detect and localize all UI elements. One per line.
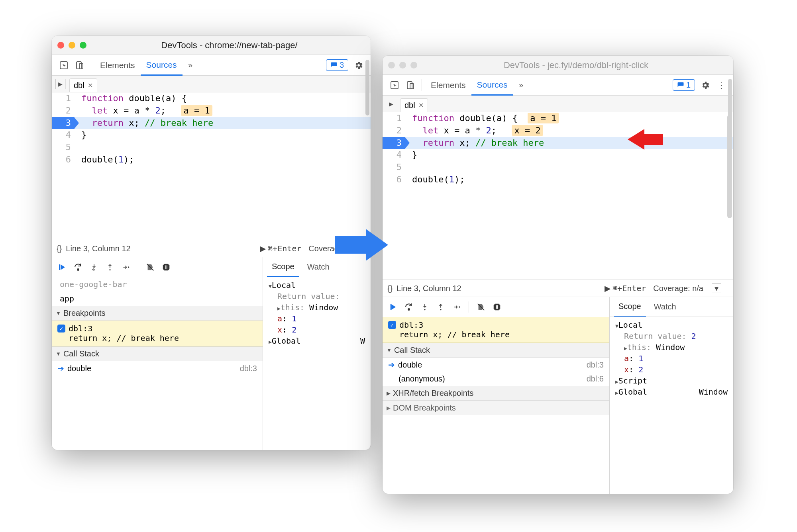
- step-into-button[interactable]: [88, 261, 100, 274]
- pretty-print-icon[interactable]: {}: [57, 244, 62, 253]
- deactivate-breakpoints-button[interactable]: [144, 261, 157, 274]
- more-tabs-icon[interactable]: »: [184, 59, 197, 72]
- tab-scope[interactable]: Scope: [267, 257, 299, 277]
- frame-name: double: [398, 360, 422, 370]
- line-number[interactable]: 1: [383, 112, 405, 125]
- tab-sources[interactable]: Sources: [141, 55, 183, 76]
- breakpoint-checkbox[interactable]: ✓: [57, 325, 65, 332]
- close-tab-icon[interactable]: ✕: [418, 102, 424, 109]
- scope-local-header[interactable]: ▼Local: [269, 280, 365, 291]
- pause-on-exceptions-button[interactable]: [491, 301, 503, 313]
- gear-icon[interactable]: [699, 78, 712, 92]
- line-number[interactable]: 6: [52, 154, 74, 166]
- scope-this[interactable]: ▶this: Window: [624, 342, 728, 353]
- minimize-icon[interactable]: [69, 42, 75, 49]
- sidebar-item[interactable]: one-google-bar: [52, 277, 263, 291]
- line-number-breakpoint[interactable]: 3: [52, 117, 74, 129]
- line-number[interactable]: 4: [383, 149, 405, 161]
- source-status-bar: {} Line 3, Column 12 ▶ ⌘+Enter Coverage:…: [383, 280, 733, 297]
- inline-value: a = 1: [181, 105, 212, 116]
- device-toggle-icon[interactable]: [73, 59, 86, 72]
- code-editor[interactable]: 1function double(a) { a = 1 2 let x = a …: [383, 112, 733, 280]
- close-icon[interactable]: [388, 62, 395, 68]
- callstack-frame[interactable]: ➔ double dbl:3: [52, 361, 263, 376]
- step-into-button[interactable]: [418, 301, 431, 313]
- run-shortcut: ▶ ⌘+Enter: [605, 284, 646, 293]
- file-tab-dbl[interactable]: dbl ✕: [400, 98, 428, 112]
- scope-return-value: Return value: 2: [624, 331, 728, 342]
- resume-button[interactable]: [56, 261, 69, 274]
- scope-local-header[interactable]: ▼Local: [615, 319, 728, 331]
- panel-tab-strip: Elements Sources » 1 ⋮: [383, 75, 733, 96]
- expand-icon[interactable]: ▾: [712, 284, 721, 293]
- coverage-label: Coverage: n/a: [653, 284, 703, 293]
- tab-elements[interactable]: Elements: [94, 55, 141, 75]
- scope-global-header[interactable]: ▶GlobalWindow: [615, 386, 728, 397]
- callstack-frame[interactable]: (anonymous) dbl:6: [383, 372, 609, 386]
- tab-watch[interactable]: Watch: [302, 257, 334, 277]
- step-out-button[interactable]: [104, 261, 116, 274]
- line-number[interactable]: 5: [383, 161, 405, 174]
- line-number[interactable]: 5: [52, 141, 74, 154]
- scope-this[interactable]: ▶this: Window: [277, 302, 365, 313]
- breakpoint-row[interactable]: ✓ dbl:3 return x; // break here: [52, 321, 263, 346]
- line-number[interactable]: 4: [52, 129, 74, 141]
- snippets-icon[interactable]: ▶: [55, 79, 65, 89]
- close-tab-icon[interactable]: ✕: [88, 82, 93, 89]
- snippets-icon[interactable]: ▶: [386, 99, 396, 109]
- line-number[interactable]: 2: [52, 105, 74, 117]
- resume-button[interactable]: [387, 301, 399, 313]
- deactivate-breakpoints-button[interactable]: [475, 301, 487, 313]
- line-number[interactable]: 2: [383, 125, 405, 137]
- section-callstack[interactable]: ▼Call Stack: [383, 343, 609, 358]
- inspect-icon[interactable]: [57, 59, 71, 72]
- tab-elements[interactable]: Elements: [425, 75, 471, 95]
- section-breakpoints[interactable]: ▼Breakpoints: [52, 306, 263, 321]
- scope-global-header[interactable]: ▶GlobalW: [269, 335, 365, 346]
- code-line: }: [405, 149, 733, 161]
- file-tab-label: dbl: [74, 81, 84, 90]
- tab-scope[interactable]: Scope: [614, 297, 646, 317]
- section-callstack[interactable]: ▼Call Stack: [52, 346, 263, 361]
- gear-icon[interactable]: [352, 59, 365, 72]
- current-frame-icon: ➔: [388, 360, 395, 370]
- more-tabs-icon[interactable]: »: [514, 78, 528, 92]
- zoom-icon[interactable]: [80, 42, 86, 49]
- breakpoint-file: dbl:3: [399, 320, 510, 330]
- close-icon[interactable]: [57, 42, 64, 49]
- breakpoint-row[interactable]: ✓ dbl:3 return x; // break here: [383, 317, 609, 343]
- inline-value: a = 1: [528, 113, 559, 123]
- pause-on-exceptions-button[interactable]: [160, 261, 173, 274]
- line-number[interactable]: 1: [52, 92, 74, 105]
- scope-var: a: 1: [624, 353, 728, 364]
- code-line: [74, 141, 371, 154]
- breakpoint-checkbox[interactable]: ✓: [388, 321, 396, 329]
- kebab-menu-icon[interactable]: ⋮: [715, 78, 728, 92]
- pretty-print-icon[interactable]: {}: [387, 284, 393, 293]
- file-tab-dbl[interactable]: dbl ✕: [69, 78, 97, 92]
- device-toggle-icon[interactable]: [404, 78, 417, 92]
- line-number-breakpoint[interactable]: 3: [383, 137, 405, 149]
- tab-sources[interactable]: Sources: [471, 75, 513, 96]
- inspect-icon[interactable]: [388, 78, 401, 92]
- line-number[interactable]: 6: [383, 174, 405, 186]
- sidebar-item-app[interactable]: app: [52, 291, 263, 306]
- code-line: function double(a) { a = 1: [405, 112, 733, 125]
- tab-watch[interactable]: Watch: [649, 297, 681, 317]
- callstack-frame[interactable]: ➔ double dbl:3: [383, 358, 609, 372]
- issues-chip[interactable]: 1: [673, 79, 695, 91]
- section-dom-breakpoints[interactable]: ▶DOM Breakpoints: [383, 401, 609, 415]
- zoom-icon[interactable]: [410, 62, 417, 68]
- step-button[interactable]: [450, 301, 463, 313]
- issues-chip[interactable]: 3: [326, 59, 348, 71]
- titlebar-right: DevTools - jec.fyi/demo/dbl-right-click: [383, 56, 733, 75]
- section-xhr-breakpoints[interactable]: ▶XHR/fetch Breakpoints: [383, 386, 609, 401]
- cursor-position: Line 3, Column 12: [66, 244, 130, 253]
- step-over-button[interactable]: [402, 301, 415, 313]
- code-editor[interactable]: 1function double(a) { 2 let x = a * 2; a…: [52, 92, 371, 240]
- minimize-icon[interactable]: [399, 62, 406, 68]
- step-button[interactable]: [120, 261, 132, 274]
- scope-script-header[interactable]: ▶Script: [615, 375, 728, 386]
- step-over-button[interactable]: [72, 261, 84, 274]
- step-out-button[interactable]: [434, 301, 447, 313]
